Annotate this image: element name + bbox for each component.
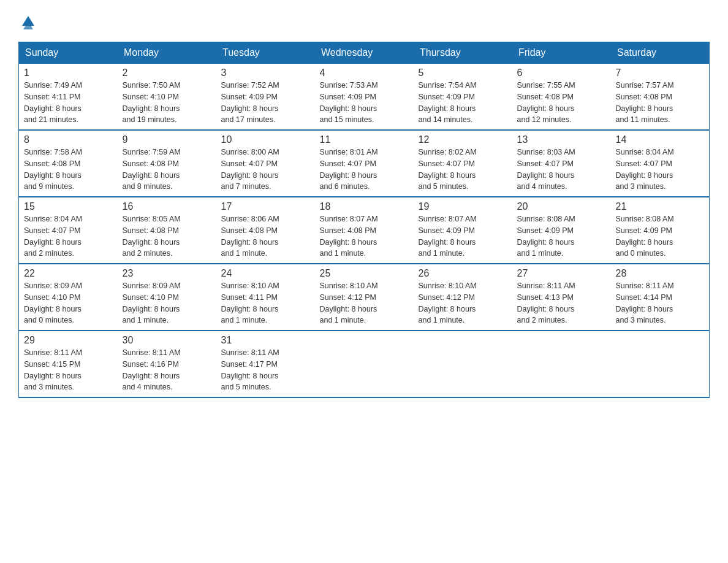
day-number: 7 <box>616 67 705 79</box>
day-info: Sunrise: 8:02 AMSunset: 4:07 PMDaylight:… <box>419 147 507 193</box>
table-row: 24 Sunrise: 8:10 AMSunset: 4:11 PMDaylig… <box>216 264 315 331</box>
header-monday: Monday <box>118 42 216 64</box>
day-number: 3 <box>221 67 310 79</box>
table-row: 28 Sunrise: 8:11 AMSunset: 4:14 PMDaylig… <box>611 264 710 331</box>
day-info: Sunrise: 8:11 AMSunset: 4:13 PMDaylight:… <box>517 280 606 326</box>
table-row: 22 Sunrise: 8:09 AMSunset: 4:10 PMDaylig… <box>19 264 118 331</box>
header-friday: Friday <box>512 42 611 64</box>
day-number: 29 <box>24 335 113 346</box>
table-row: 12 Sunrise: 8:02 AMSunset: 4:07 PMDaylig… <box>414 130 512 197</box>
day-info: Sunrise: 7:53 AMSunset: 4:09 PMDaylight:… <box>320 80 409 126</box>
table-row: 11 Sunrise: 8:01 AMSunset: 4:07 PMDaylig… <box>315 130 414 197</box>
table-row: 18 Sunrise: 8:07 AMSunset: 4:08 PMDaylig… <box>315 197 414 264</box>
page-header <box>18 12 710 29</box>
day-info: Sunrise: 8:11 AMSunset: 4:17 PMDaylight:… <box>221 347 310 393</box>
header-thursday: Thursday <box>414 42 512 64</box>
day-number: 27 <box>517 268 606 279</box>
table-row: 31 Sunrise: 8:11 AMSunset: 4:17 PMDaylig… <box>216 331 315 397</box>
table-row: 30 Sunrise: 8:11 AMSunset: 4:16 PMDaylig… <box>118 331 216 397</box>
header-saturday: Saturday <box>611 42 710 64</box>
day-number: 6 <box>517 67 606 79</box>
day-number: 17 <box>221 201 310 212</box>
day-info: Sunrise: 7:57 AMSunset: 4:08 PMDaylight:… <box>616 80 705 126</box>
day-number: 14 <box>616 134 705 145</box>
day-number: 10 <box>221 134 310 145</box>
table-row: 19 Sunrise: 8:07 AMSunset: 4:09 PMDaylig… <box>414 197 512 264</box>
day-number: 22 <box>24 268 113 279</box>
day-info: Sunrise: 8:00 AMSunset: 4:07 PMDaylight:… <box>221 147 310 193</box>
day-number: 28 <box>616 268 705 279</box>
day-number: 30 <box>123 335 211 346</box>
day-number: 5 <box>419 67 507 79</box>
calendar-week-row: 29 Sunrise: 8:11 AMSunset: 4:15 PMDaylig… <box>19 331 710 397</box>
day-info: Sunrise: 8:10 AMSunset: 4:12 PMDaylight:… <box>320 280 409 326</box>
day-number: 20 <box>517 201 606 212</box>
day-number: 16 <box>123 201 211 212</box>
day-number: 9 <box>123 134 211 145</box>
table-row: 10 Sunrise: 8:00 AMSunset: 4:07 PMDaylig… <box>216 130 315 197</box>
table-row: 7 Sunrise: 7:57 AMSunset: 4:08 PMDayligh… <box>611 64 710 131</box>
day-info: Sunrise: 8:10 AMSunset: 4:12 PMDaylight:… <box>419 280 507 326</box>
day-number: 18 <box>320 201 409 212</box>
day-number: 25 <box>320 268 409 279</box>
day-info: Sunrise: 7:49 AMSunset: 4:11 PMDaylight:… <box>24 80 113 126</box>
day-number: 21 <box>616 201 705 212</box>
day-info: Sunrise: 8:11 AMSunset: 4:16 PMDaylight:… <box>123 347 211 393</box>
table-row: 23 Sunrise: 8:09 AMSunset: 4:10 PMDaylig… <box>118 264 216 331</box>
day-info: Sunrise: 7:59 AMSunset: 4:08 PMDaylight:… <box>123 147 211 193</box>
day-info: Sunrise: 8:05 AMSunset: 4:08 PMDaylight:… <box>123 213 211 259</box>
day-info: Sunrise: 8:07 AMSunset: 4:09 PMDaylight:… <box>419 213 507 259</box>
table-row: 5 Sunrise: 7:54 AMSunset: 4:09 PMDayligh… <box>414 64 512 131</box>
table-row: 14 Sunrise: 8:04 AMSunset: 4:07 PMDaylig… <box>611 130 710 197</box>
table-row: 3 Sunrise: 7:52 AMSunset: 4:09 PMDayligh… <box>216 64 315 131</box>
day-number: 23 <box>123 268 211 279</box>
day-number: 1 <box>24 67 113 79</box>
table-row: 9 Sunrise: 7:59 AMSunset: 4:08 PMDayligh… <box>118 130 216 197</box>
day-number: 2 <box>123 67 211 79</box>
weekday-header-row: Sunday Monday Tuesday Wednesday Thursday… <box>19 42 710 64</box>
day-info: Sunrise: 7:52 AMSunset: 4:09 PMDaylight:… <box>221 80 310 126</box>
table-row <box>414 331 512 397</box>
day-info: Sunrise: 7:58 AMSunset: 4:08 PMDaylight:… <box>24 147 113 193</box>
calendar-week-row: 22 Sunrise: 8:09 AMSunset: 4:10 PMDaylig… <box>19 264 710 331</box>
day-info: Sunrise: 8:09 AMSunset: 4:10 PMDaylight:… <box>123 280 211 326</box>
table-row: 29 Sunrise: 8:11 AMSunset: 4:15 PMDaylig… <box>19 331 118 397</box>
table-row: 17 Sunrise: 8:06 AMSunset: 4:08 PMDaylig… <box>216 197 315 264</box>
logo-icon <box>20 12 37 29</box>
day-number: 11 <box>320 134 409 145</box>
day-number: 12 <box>419 134 507 145</box>
table-row: 4 Sunrise: 7:53 AMSunset: 4:09 PMDayligh… <box>315 64 414 131</box>
table-row: 15 Sunrise: 8:04 AMSunset: 4:07 PMDaylig… <box>19 197 118 264</box>
table-row: 21 Sunrise: 8:08 AMSunset: 4:09 PMDaylig… <box>611 197 710 264</box>
day-number: 13 <box>517 134 606 145</box>
header-tuesday: Tuesday <box>216 42 315 64</box>
day-number: 15 <box>24 201 113 212</box>
day-number: 19 <box>419 201 507 212</box>
day-info: Sunrise: 8:03 AMSunset: 4:07 PMDaylight:… <box>517 147 606 193</box>
day-info: Sunrise: 8:01 AMSunset: 4:07 PMDaylight:… <box>320 147 409 193</box>
header-wednesday: Wednesday <box>315 42 414 64</box>
table-row: 6 Sunrise: 7:55 AMSunset: 4:08 PMDayligh… <box>512 64 611 131</box>
day-info: Sunrise: 8:04 AMSunset: 4:07 PMDaylight:… <box>616 147 705 193</box>
calendar-table: Sunday Monday Tuesday Wednesday Thursday… <box>18 42 710 398</box>
day-info: Sunrise: 8:04 AMSunset: 4:07 PMDaylight:… <box>24 213 113 259</box>
table-row <box>512 331 611 397</box>
table-row: 26 Sunrise: 8:10 AMSunset: 4:12 PMDaylig… <box>414 264 512 331</box>
calendar-week-row: 1 Sunrise: 7:49 AMSunset: 4:11 PMDayligh… <box>19 64 710 131</box>
day-number: 26 <box>419 268 507 279</box>
day-number: 24 <box>221 268 310 279</box>
table-row: 1 Sunrise: 7:49 AMSunset: 4:11 PMDayligh… <box>19 64 118 131</box>
table-row: 16 Sunrise: 8:05 AMSunset: 4:08 PMDaylig… <box>118 197 216 264</box>
header-sunday: Sunday <box>19 42 118 64</box>
day-info: Sunrise: 7:50 AMSunset: 4:10 PMDaylight:… <box>123 80 211 126</box>
day-info: Sunrise: 8:07 AMSunset: 4:08 PMDaylight:… <box>320 213 409 259</box>
table-row: 20 Sunrise: 8:08 AMSunset: 4:09 PMDaylig… <box>512 197 611 264</box>
day-number: 8 <box>24 134 113 145</box>
day-info: Sunrise: 8:06 AMSunset: 4:08 PMDaylight:… <box>221 213 310 259</box>
day-number: 31 <box>221 335 310 346</box>
table-row: 2 Sunrise: 7:50 AMSunset: 4:10 PMDayligh… <box>118 64 216 131</box>
table-row: 27 Sunrise: 8:11 AMSunset: 4:13 PMDaylig… <box>512 264 611 331</box>
table-row: 13 Sunrise: 8:03 AMSunset: 4:07 PMDaylig… <box>512 130 611 197</box>
day-info: Sunrise: 8:10 AMSunset: 4:11 PMDaylight:… <box>221 280 310 326</box>
table-row <box>315 331 414 397</box>
